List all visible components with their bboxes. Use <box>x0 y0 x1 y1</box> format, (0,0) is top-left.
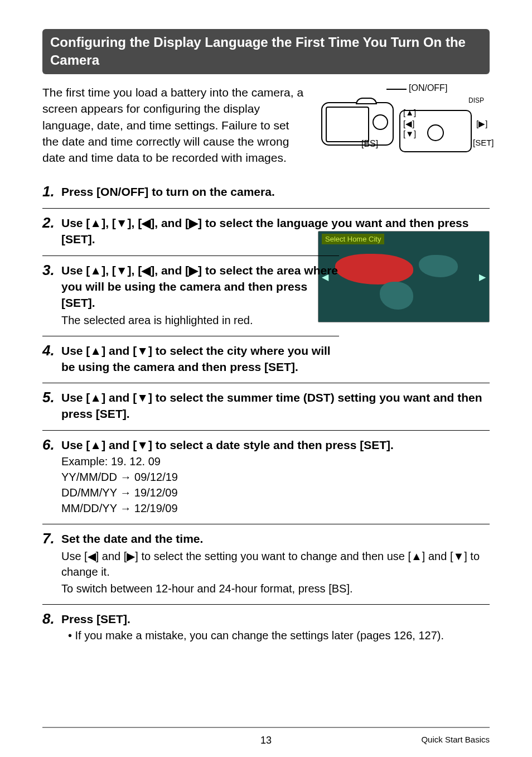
intro-paragraph: The first time you load a battery into t… <box>42 84 307 166</box>
step-number: 3. <box>42 262 60 279</box>
page-footer: 13 Quick Start Basics <box>42 727 490 734</box>
map-right-arrow-icon: ▶ <box>479 272 486 282</box>
label-set: [SET] <box>473 138 494 147</box>
label-right: [▶] <box>476 119 487 129</box>
step-title: Use [▲], [▼], [◀], and [▶] to select the… <box>61 215 490 248</box>
step-2: 2. Use [▲], [▼], [◀], and [▶] to select … <box>42 208 490 255</box>
step-number: 1. <box>42 183 60 200</box>
step-title: Use [▲] and [▼] to select the city where… <box>61 343 339 375</box>
step-7: 7. Set the date and the time. Use [◀] an… <box>42 524 490 604</box>
step-title: Press [SET]. <box>61 611 490 628</box>
label-onoff: [ON/OFF] <box>409 83 447 93</box>
step-4: 4. Use [▲] and [▼] to select the city wh… <box>42 336 339 383</box>
control-dial-icon <box>427 124 444 141</box>
step-subtext: To switch between 12-hour and 24-hour fo… <box>61 581 490 596</box>
page-number: 13 <box>260 735 272 746</box>
step-number: 7. <box>42 530 60 547</box>
section-heading: Configuring the Display Language the Fir… <box>42 29 490 74</box>
step-title: Set the date and the time. <box>61 531 490 547</box>
camera-diagram: [ON/OFF] [BS] DISP [▲] [◀] [▼] [▶] [SET] <box>317 84 490 157</box>
step-title: Use [▲] and [▼] to select a date style a… <box>61 437 490 454</box>
label-up: [▲] <box>403 108 416 117</box>
step-bullet: • If you make a mistake, you can change … <box>68 628 490 643</box>
date-format-line: DD/MM/YY → 19/12/09 <box>61 485 490 500</box>
step-number: 8. <box>42 610 60 628</box>
steps-list: 1. Press [ON/OFF] to turn on the camera.… <box>42 177 490 652</box>
step-subtext: The selected area is highlighted in red. <box>61 312 339 328</box>
step-title: Use [▲], [▼], [◀], and [▶] to select the… <box>61 263 339 311</box>
step-6: 6. Use [▲] and [▼] to select a date styl… <box>42 430 490 524</box>
label-left: [◀] <box>403 119 414 129</box>
step-8: 8. Press [SET]. • If you make a mistake,… <box>42 604 490 651</box>
label-bs: [BS] <box>361 139 378 149</box>
step-title: Press [ON/OFF] to turn on the camera. <box>61 184 490 200</box>
label-disp: DISP <box>468 97 484 104</box>
step-number: 4. <box>42 342 60 359</box>
step-1: 1. Press [ON/OFF] to turn on the camera. <box>42 177 490 208</box>
step-number: 2. <box>42 214 60 232</box>
step-3: 3. Use [▲], [▼], [◀], and [▶] to select … <box>42 255 339 336</box>
footer-section: Quick Start Basics <box>421 735 490 744</box>
camera-body-icon <box>321 102 394 146</box>
step-number: 5. <box>42 389 60 406</box>
date-format-line: YY/MM/DD → 09/12/19 <box>61 469 490 485</box>
label-down: [▼] <box>403 129 416 138</box>
step-5: 5. Use [▲] and [▼] to select the summer … <box>42 383 490 430</box>
example-line: Example: 19. 12. 09 <box>61 454 490 469</box>
step-subtext: Use [◀] and [▶] to select the setting yo… <box>61 548 490 580</box>
step-title: Use [▲] and [▼] to select the summer tim… <box>61 390 490 422</box>
step-number: 6. <box>42 436 60 454</box>
date-format-line: MM/DD/YY → 12/19/09 <box>61 500 490 516</box>
